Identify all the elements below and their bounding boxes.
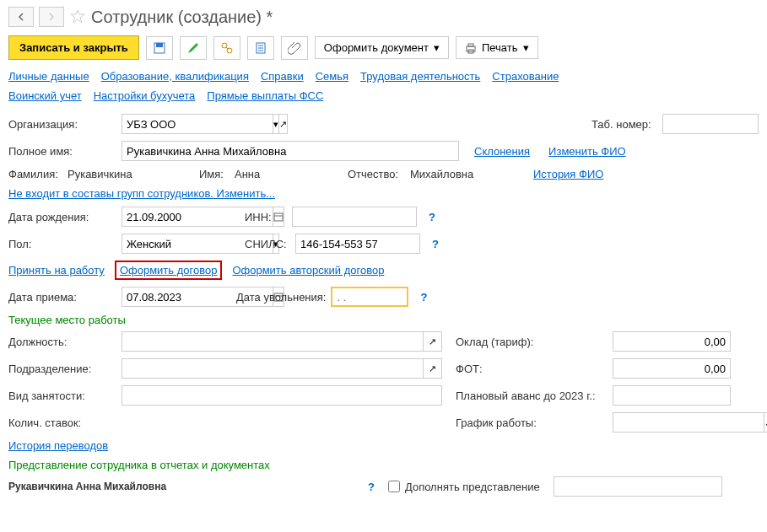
tab-fss[interactable]: Прямые выплаты ФСС <box>207 89 323 102</box>
fire-date-label: Дата увольнения: <box>236 291 326 304</box>
hire-date-label: Дата приема: <box>8 291 116 304</box>
supplement-checkbox[interactable] <box>388 481 400 492</box>
representation-name: Рукавичкина Анна Михайловна <box>8 481 329 492</box>
org-open-button[interactable]: ↗ <box>279 114 288 134</box>
position-input[interactable] <box>122 331 424 352</box>
position-label: Должность: <box>8 336 116 348</box>
org-input[interactable] <box>122 114 273 134</box>
arrow-left-icon <box>16 12 26 22</box>
planned-advance-input[interactable] <box>613 385 731 406</box>
snils-help-icon[interactable]: ? <box>432 238 439 250</box>
hire-link[interactable]: Принять на работу <box>8 264 105 277</box>
edit-button[interactable] <box>180 36 207 60</box>
link-button[interactable] <box>213 36 240 60</box>
surname-value: Рукавичкина <box>68 168 194 180</box>
groups-link[interactable]: Не входит в составы групп сотрудников. И… <box>8 187 275 200</box>
tab-family[interactable]: Семья <box>316 70 348 83</box>
svg-line-4 <box>226 47 228 49</box>
arrow-right-icon <box>46 12 57 22</box>
salary-label: Оклад (тариф): <box>456 336 608 348</box>
schedule-input[interactable] <box>613 412 764 433</box>
department-label: Подразделение: <box>8 363 116 375</box>
fot-label: ФОТ: <box>456 363 608 375</box>
org-label: Организация: <box>8 118 116 131</box>
org-dropdown-button[interactable]: ▾ <box>273 114 279 134</box>
save-close-button[interactable]: Записать и закрыть <box>8 35 139 60</box>
svg-rect-1 <box>156 43 163 47</box>
save-button[interactable] <box>146 36 173 60</box>
svg-rect-10 <box>468 44 473 46</box>
tab-num-input[interactable] <box>662 114 759 134</box>
dropdown-arrow-icon: ▾ <box>523 41 529 54</box>
inn-input[interactable] <box>292 207 417 227</box>
fire-date-help-icon[interactable]: ? <box>420 291 427 304</box>
document-icon <box>254 41 267 55</box>
birthdate-label: Дата рождения: <box>8 211 116 223</box>
patronymic-label: Отчество: <box>348 168 405 180</box>
pencil-icon <box>186 41 200 55</box>
back-button[interactable] <box>8 7 34 27</box>
snils-label: СНИЛС: <box>245 238 290 250</box>
schedule-label: График работы: <box>456 416 608 429</box>
employment-type-input[interactable] <box>122 385 442 406</box>
employment-type-label: Вид занятости: <box>8 390 116 402</box>
tab-military[interactable]: Воинский учет <box>8 89 82 102</box>
fot-input[interactable] <box>613 358 731 379</box>
tab-insurance[interactable]: Страхование <box>492 70 559 83</box>
representation-section-title: Представление сотрудника в отчетах и док… <box>8 459 759 471</box>
workplace-section-title: Текущее место работы <box>8 314 759 326</box>
contract-link[interactable]: Оформить договор <box>115 261 223 280</box>
tab-education[interactable]: Образование, квалификация <box>101 70 249 83</box>
name-value: Анна <box>235 168 343 180</box>
page-title: Сотрудник (создание) * <box>91 8 273 27</box>
tab-accounting[interactable]: Настройки бухучета <box>94 89 196 102</box>
tab-references[interactable]: Справки <box>261 70 304 83</box>
forward-button[interactable] <box>39 7 64 27</box>
paperclip-icon <box>288 41 301 55</box>
department-open-button[interactable]: ↗ <box>424 358 442 379</box>
link-icon <box>220 41 234 55</box>
position-open-button[interactable]: ↗ <box>424 331 442 352</box>
supplement-label: Дополнять представление <box>405 481 540 493</box>
planned-advance-label: Плановый аванс до 2023 г.: <box>456 390 608 402</box>
department-input[interactable] <box>122 358 424 379</box>
author-contract-link[interactable]: Оформить авторский договор <box>232 264 384 277</box>
transfers-history-link[interactable]: История переводов <box>8 439 108 452</box>
print-button[interactable]: Печать ▾ <box>456 36 538 59</box>
representation-help-icon[interactable]: ? <box>368 481 375 493</box>
inn-label: ИНН: <box>245 211 287 223</box>
tab-labor[interactable]: Трудовая деятельность <box>360 70 480 83</box>
history-fio-link[interactable]: История ФИО <box>533 168 603 180</box>
fullname-label: Полное имя: <box>8 145 116 158</box>
name-label-text: Имя: <box>199 168 230 180</box>
inn-help-icon[interactable]: ? <box>429 211 435 223</box>
surname-label: Фамилия: <box>8 168 62 180</box>
patronymic-value: Михайловна <box>410 168 528 180</box>
rate-count-label: Колич. ставок: <box>8 416 116 429</box>
fullname-input[interactable] <box>122 141 459 161</box>
tab-num-label: Таб. номер: <box>591 118 657 131</box>
salary-input[interactable] <box>613 331 731 352</box>
declensions-link[interactable]: Склонения <box>474 145 530 158</box>
create-document-button[interactable]: Оформить документ ▾ <box>315 36 449 59</box>
tab-personal[interactable]: Личные данные <box>8 70 89 83</box>
save-icon <box>153 41 166 55</box>
change-fio-link[interactable]: Изменить ФИО <box>548 145 626 158</box>
snils-input[interactable] <box>295 234 420 254</box>
printer-icon <box>465 42 477 54</box>
attachment-button[interactable] <box>281 36 308 60</box>
supplement-input[interactable] <box>554 476 722 497</box>
document-button[interactable] <box>247 36 274 60</box>
favorite-icon[interactable] <box>69 8 86 25</box>
gender-label: Пол: <box>8 238 116 250</box>
dropdown-arrow-icon: ▾ <box>434 41 440 54</box>
fire-date-input[interactable] <box>331 287 408 307</box>
